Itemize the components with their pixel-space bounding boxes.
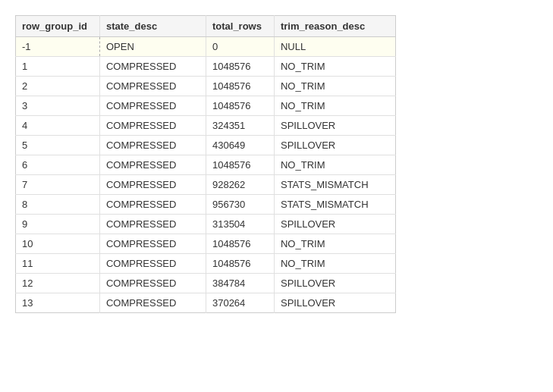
cell-trim-reason-desc: SPILLOVER [274, 136, 395, 155]
cell-total-rows: 1048576 [206, 234, 274, 254]
cell-total-rows: 1048576 [206, 254, 274, 274]
cell-trim-reason-desc: NO_TRIM [274, 254, 395, 274]
cell-state-desc: COMPRESSED [99, 77, 206, 96]
table-row: 12COMPRESSED384784SPILLOVER [16, 274, 396, 293]
table-row: 10COMPRESSED1048576NO_TRIM [16, 234, 396, 254]
cell-total-rows: 1048576 [206, 77, 274, 96]
cell-state-desc: COMPRESSED [99, 195, 206, 215]
cell-row-group-id: 12 [16, 274, 100, 293]
cell-state-desc: COMPRESSED [99, 96, 206, 116]
cell-row-group-id: 10 [16, 234, 100, 254]
cell-total-rows: 384784 [206, 274, 274, 293]
cell-state-desc: COMPRESSED [99, 57, 206, 77]
cell-total-rows: 324351 [206, 116, 274, 136]
col-header-state-desc: state_desc [99, 16, 206, 37]
table-row: 4COMPRESSED324351SPILLOVER [16, 116, 396, 136]
results-table: row_group_id state_desc total_rows trim_… [15, 15, 396, 313]
table-header: row_group_id state_desc total_rows trim_… [16, 16, 396, 37]
cell-state-desc: COMPRESSED [99, 274, 206, 293]
table-row: 3COMPRESSED1048576NO_TRIM [16, 96, 396, 116]
table-row: 11COMPRESSED1048576NO_TRIM [16, 254, 396, 274]
cell-row-group-id: 13 [16, 293, 100, 313]
cell-state-desc: COMPRESSED [99, 136, 206, 155]
cell-row-group-id: 6 [16, 155, 100, 175]
cell-state-desc: COMPRESSED [99, 155, 206, 175]
cell-row-group-id: 2 [16, 77, 100, 96]
cell-total-rows: 313504 [206, 215, 274, 234]
cell-state-desc: COMPRESSED [99, 254, 206, 274]
cell-total-rows: 1048576 [206, 155, 274, 175]
cell-trim-reason-desc: STATS_MISMATCH [274, 175, 395, 195]
cell-row-group-id: 9 [16, 215, 100, 234]
table-row: 8COMPRESSED956730STATS_MISMATCH [16, 195, 396, 215]
table-body: -1OPEN0NULL1COMPRESSED1048576NO_TRIM2COM… [16, 37, 396, 313]
cell-row-group-id: 7 [16, 175, 100, 195]
table-row: -1OPEN0NULL [16, 37, 396, 57]
cell-trim-reason-desc: SPILLOVER [274, 116, 395, 136]
cell-row-group-id: 1 [16, 57, 100, 77]
table-row: 7COMPRESSED928262STATS_MISMATCH [16, 175, 396, 195]
table-row: 13COMPRESSED370264SPILLOVER [16, 293, 396, 313]
table-row: 1COMPRESSED1048576NO_TRIM [16, 57, 396, 77]
cell-state-desc: COMPRESSED [99, 215, 206, 234]
cell-trim-reason-desc: SPILLOVER [274, 293, 395, 313]
cell-total-rows: 928262 [206, 175, 274, 195]
col-header-row-group-id: row_group_id [16, 16, 100, 37]
col-header-total-rows: total_rows [206, 16, 274, 37]
cell-row-group-id: 8 [16, 195, 100, 215]
cell-trim-reason-desc: NULL [274, 37, 395, 57]
cell-state-desc: COMPRESSED [99, 234, 206, 254]
table-row: 6COMPRESSED1048576NO_TRIM [16, 155, 396, 175]
cell-row-group-id: 3 [16, 96, 100, 116]
cell-total-rows: 0 [206, 37, 274, 57]
cell-trim-reason-desc: NO_TRIM [274, 155, 395, 175]
table-row: 9COMPRESSED313504SPILLOVER [16, 215, 396, 234]
col-header-trim-reason-desc: trim_reason_desc [274, 16, 395, 37]
cell-trim-reason-desc: NO_TRIM [274, 234, 395, 254]
cell-row-group-id: 4 [16, 116, 100, 136]
cell-trim-reason-desc: NO_TRIM [274, 57, 395, 77]
table-row: 5COMPRESSED430649SPILLOVER [16, 136, 396, 155]
cell-trim-reason-desc: NO_TRIM [274, 77, 395, 96]
cell-total-rows: 430649 [206, 136, 274, 155]
cell-row-group-id: 11 [16, 254, 100, 274]
cell-state-desc: COMPRESSED [99, 175, 206, 195]
cell-total-rows: 956730 [206, 195, 274, 215]
cell-total-rows: 1048576 [206, 96, 274, 116]
cell-state-desc: COMPRESSED [99, 116, 206, 136]
cell-row-group-id: -1 [16, 37, 100, 57]
cell-trim-reason-desc: SPILLOVER [274, 215, 395, 234]
cell-total-rows: 1048576 [206, 57, 274, 77]
cell-row-group-id: 5 [16, 136, 100, 155]
header-row: row_group_id state_desc total_rows trim_… [16, 16, 396, 37]
cell-trim-reason-desc: STATS_MISMATCH [274, 195, 395, 215]
data-table-container: row_group_id state_desc total_rows trim_… [15, 15, 396, 313]
cell-state-desc: OPEN [99, 37, 206, 57]
cell-state-desc: COMPRESSED [99, 293, 206, 313]
cell-total-rows: 370264 [206, 293, 274, 313]
cell-trim-reason-desc: SPILLOVER [274, 274, 395, 293]
cell-trim-reason-desc: NO_TRIM [274, 96, 395, 116]
table-row: 2COMPRESSED1048576NO_TRIM [16, 77, 396, 96]
